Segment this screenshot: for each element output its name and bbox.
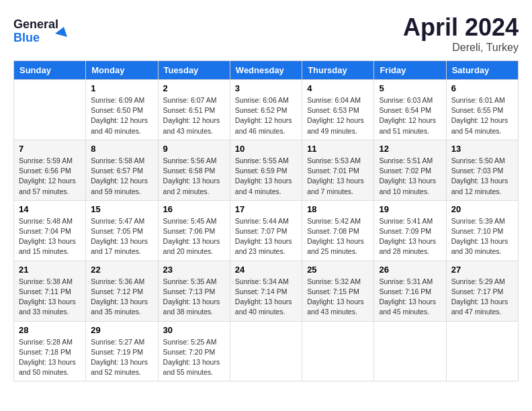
svg-text:General: General — [13, 17, 58, 31]
calendar-cell: 15Sunrise: 5:47 AMSunset: 7:05 PMDayligh… — [86, 200, 158, 261]
day-info: Sunrise: 6:04 AMSunset: 6:53 PMDaylight:… — [307, 95, 369, 136]
day-number: 20 — [451, 204, 513, 214]
calendar-week-row: 28Sunrise: 5:28 AMSunset: 7:18 PMDayligh… — [14, 321, 519, 381]
day-number: 22 — [91, 265, 152, 275]
calendar-cell: 6Sunrise: 6:01 AMSunset: 6:55 PMDaylight… — [446, 80, 518, 140]
day-info: Sunrise: 5:35 AMSunset: 7:13 PMDaylight:… — [163, 277, 225, 318]
day-number: 9 — [163, 144, 225, 154]
logo-icon: General Blue — [13, 13, 74, 47]
calendar-cell — [230, 321, 302, 381]
calendar-cell: 4Sunrise: 6:04 AMSunset: 6:53 PMDaylight… — [302, 80, 374, 140]
day-number: 21 — [19, 265, 81, 275]
calendar-cell: 26Sunrise: 5:31 AMSunset: 7:16 PMDayligh… — [374, 261, 446, 321]
calendar-cell: 18Sunrise: 5:42 AMSunset: 7:08 PMDayligh… — [302, 200, 374, 261]
day-info: Sunrise: 5:51 AMSunset: 7:02 PMDaylight:… — [379, 156, 441, 197]
day-info: Sunrise: 5:45 AMSunset: 7:06 PMDaylight:… — [163, 216, 225, 257]
day-number: 3 — [235, 83, 297, 93]
day-number: 13 — [451, 144, 513, 154]
weekday-header-row: SundayMondayTuesdayWednesdayThursdayFrid… — [14, 61, 519, 80]
day-info: Sunrise: 5:59 AMSunset: 6:56 PMDaylight:… — [19, 156, 81, 197]
calendar-cell — [374, 321, 446, 381]
day-number: 30 — [163, 325, 225, 335]
calendar-cell — [446, 321, 518, 381]
weekday-header-cell: Sunday — [14, 61, 86, 80]
day-info: Sunrise: 6:07 AMSunset: 6:51 PMDaylight:… — [163, 95, 225, 136]
calendar-cell: 8Sunrise: 5:58 AMSunset: 6:57 PMDaylight… — [86, 140, 158, 200]
day-number: 16 — [163, 204, 225, 214]
day-info: Sunrise: 5:58 AMSunset: 6:57 PMDaylight:… — [91, 156, 152, 197]
calendar-table: SundayMondayTuesdayWednesdayThursdayFrid… — [13, 60, 519, 381]
day-info: Sunrise: 5:34 AMSunset: 7:14 PMDaylight:… — [235, 277, 297, 318]
calendar-cell: 9Sunrise: 5:56 AMSunset: 6:58 PMDaylight… — [158, 140, 230, 200]
day-info: Sunrise: 5:53 AMSunset: 7:01 PMDaylight:… — [307, 156, 369, 197]
day-number: 19 — [379, 204, 441, 214]
day-info: Sunrise: 5:38 AMSunset: 7:11 PMDaylight:… — [19, 277, 81, 318]
day-info: Sunrise: 5:56 AMSunset: 6:58 PMDaylight:… — [163, 156, 225, 197]
day-info: Sunrise: 5:48 AMSunset: 7:04 PMDaylight:… — [19, 216, 81, 257]
calendar-cell: 16Sunrise: 5:45 AMSunset: 7:06 PMDayligh… — [158, 200, 230, 261]
day-info: Sunrise: 5:42 AMSunset: 7:08 PMDaylight:… — [307, 216, 369, 257]
weekday-header-cell: Saturday — [446, 61, 518, 80]
calendar-week-row: 7Sunrise: 5:59 AMSunset: 6:56 PMDaylight… — [14, 140, 519, 200]
calendar-week-row: 14Sunrise: 5:48 AMSunset: 7:04 PMDayligh… — [14, 200, 519, 261]
calendar-cell: 11Sunrise: 5:53 AMSunset: 7:01 PMDayligh… — [302, 140, 374, 200]
day-number: 27 — [451, 265, 513, 275]
calendar-cell: 22Sunrise: 5:36 AMSunset: 7:12 PMDayligh… — [86, 261, 158, 321]
day-number: 23 — [163, 265, 225, 275]
location: Dereli, Turkey — [403, 42, 519, 54]
calendar-cell: 7Sunrise: 5:59 AMSunset: 6:56 PMDaylight… — [14, 140, 86, 200]
day-info: Sunrise: 5:31 AMSunset: 7:16 PMDaylight:… — [379, 277, 441, 318]
day-number: 6 — [451, 83, 513, 93]
day-number: 25 — [307, 265, 369, 275]
calendar-body: 1Sunrise: 6:09 AMSunset: 6:50 PMDaylight… — [14, 80, 519, 381]
calendar-cell: 29Sunrise: 5:27 AMSunset: 7:19 PMDayligh… — [86, 321, 158, 381]
calendar-cell: 27Sunrise: 5:29 AMSunset: 7:17 PMDayligh… — [446, 261, 518, 321]
calendar-cell: 2Sunrise: 6:07 AMSunset: 6:51 PMDaylight… — [158, 80, 230, 140]
calendar-cell: 5Sunrise: 6:03 AMSunset: 6:54 PMDaylight… — [374, 80, 446, 140]
day-number: 11 — [307, 144, 369, 154]
day-info: Sunrise: 5:44 AMSunset: 7:07 PMDaylight:… — [235, 216, 297, 257]
logo: General Blue — [13, 13, 74, 50]
day-number: 17 — [235, 204, 297, 214]
weekday-header-cell: Tuesday — [158, 61, 230, 80]
day-info: Sunrise: 6:06 AMSunset: 6:52 PMDaylight:… — [235, 95, 297, 136]
day-number: 8 — [91, 144, 152, 154]
calendar-cell: 20Sunrise: 5:39 AMSunset: 7:10 PMDayligh… — [446, 200, 518, 261]
day-number: 10 — [235, 144, 297, 154]
day-info: Sunrise: 5:39 AMSunset: 7:10 PMDaylight:… — [451, 216, 513, 257]
weekday-header-cell: Friday — [374, 61, 446, 80]
day-info: Sunrise: 5:27 AMSunset: 7:19 PMDaylight:… — [91, 337, 152, 378]
day-number: 29 — [91, 325, 152, 335]
day-number: 2 — [163, 83, 225, 93]
day-info: Sunrise: 5:55 AMSunset: 6:59 PMDaylight:… — [235, 156, 297, 197]
day-info: Sunrise: 5:25 AMSunset: 7:20 PMDaylight:… — [163, 337, 225, 378]
calendar-cell: 23Sunrise: 5:35 AMSunset: 7:13 PMDayligh… — [158, 261, 230, 321]
day-info: Sunrise: 5:29 AMSunset: 7:17 PMDaylight:… — [451, 277, 513, 318]
calendar-cell: 28Sunrise: 5:28 AMSunset: 7:18 PMDayligh… — [14, 321, 86, 381]
calendar-cell: 30Sunrise: 5:25 AMSunset: 7:20 PMDayligh… — [158, 321, 230, 381]
day-number: 5 — [379, 83, 441, 93]
day-info: Sunrise: 5:41 AMSunset: 7:09 PMDaylight:… — [379, 216, 441, 257]
day-number: 28 — [19, 325, 81, 335]
calendar-cell: 13Sunrise: 5:50 AMSunset: 7:03 PMDayligh… — [446, 140, 518, 200]
page-header: General Blue April 2024 Dereli, Turkey — [13, 13, 519, 54]
day-number: 18 — [307, 204, 369, 214]
day-number: 14 — [19, 204, 81, 214]
day-info: Sunrise: 5:47 AMSunset: 7:05 PMDaylight:… — [91, 216, 152, 257]
calendar-cell: 19Sunrise: 5:41 AMSunset: 7:09 PMDayligh… — [374, 200, 446, 261]
weekday-header-cell: Thursday — [302, 61, 374, 80]
svg-text:Blue: Blue — [13, 31, 40, 44]
weekday-header-cell: Wednesday — [230, 61, 302, 80]
calendar-cell: 21Sunrise: 5:38 AMSunset: 7:11 PMDayligh… — [14, 261, 86, 321]
title-block: April 2024 Dereli, Turkey — [403, 13, 519, 54]
calendar-cell: 25Sunrise: 5:32 AMSunset: 7:15 PMDayligh… — [302, 261, 374, 321]
day-info: Sunrise: 6:03 AMSunset: 6:54 PMDaylight:… — [379, 95, 441, 136]
day-number: 1 — [91, 83, 152, 93]
day-number: 4 — [307, 83, 369, 93]
calendar-cell: 24Sunrise: 5:34 AMSunset: 7:14 PMDayligh… — [230, 261, 302, 321]
day-info: Sunrise: 5:50 AMSunset: 7:03 PMDaylight:… — [451, 156, 513, 197]
calendar-cell — [302, 321, 374, 381]
day-number: 7 — [19, 144, 81, 154]
day-number: 12 — [379, 144, 441, 154]
calendar-cell: 3Sunrise: 6:06 AMSunset: 6:52 PMDaylight… — [230, 80, 302, 140]
